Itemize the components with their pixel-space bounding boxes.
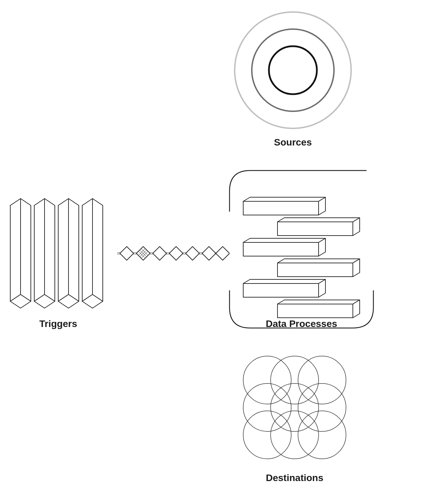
svg-marker-31 [243, 201, 319, 215]
svg-marker-33 [277, 218, 360, 222]
svg-point-48 [243, 356, 291, 404]
destinations-label: Destinations [233, 473, 356, 483]
svg-marker-37 [243, 242, 319, 256]
svg-marker-10 [69, 199, 79, 301]
svg-point-50 [298, 356, 346, 404]
architecture-diagram: Sources Triggers [0, 0, 433, 504]
svg-point-49 [271, 356, 319, 404]
data-processes-label: Data Processes [216, 318, 387, 329]
svg-marker-28 [202, 247, 216, 260]
svg-point-52 [271, 383, 319, 431]
overlapping-circles-grid-icon [233, 346, 356, 469]
svg-marker-13 [92, 199, 103, 301]
svg-marker-34 [277, 222, 353, 236]
svg-marker-4 [21, 199, 31, 301]
stacked-bars-icon [243, 197, 360, 318]
concentric-circles-icon [228, 5, 358, 135]
svg-marker-3 [10, 199, 21, 301]
svg-marker-40 [277, 263, 353, 277]
svg-marker-9 [58, 199, 69, 301]
svg-point-51 [243, 383, 291, 431]
svg-point-56 [298, 411, 346, 459]
svg-marker-43 [243, 284, 319, 297]
svg-marker-26 [169, 247, 183, 260]
svg-marker-42 [243, 279, 325, 284]
svg-marker-46 [277, 304, 353, 318]
svg-point-1 [252, 29, 334, 111]
svg-marker-45 [277, 300, 360, 304]
svg-marker-6 [34, 199, 45, 301]
svg-point-53 [298, 383, 346, 431]
svg-marker-39 [277, 259, 360, 263]
svg-marker-27 [186, 247, 199, 260]
svg-point-54 [243, 411, 291, 459]
svg-marker-17 [120, 247, 134, 260]
vertical-slabs-icon [7, 192, 110, 315]
triggers-label: Triggers [7, 318, 110, 329]
svg-point-55 [271, 411, 319, 459]
sources-label: Sources [228, 137, 358, 148]
diamond-chain-icon [113, 240, 230, 267]
svg-point-2 [269, 46, 317, 94]
svg-marker-7 [45, 199, 55, 301]
svg-marker-25 [153, 247, 166, 260]
data-processes-loop-icon [216, 160, 387, 338]
svg-marker-36 [243, 238, 325, 242]
svg-marker-12 [82, 199, 92, 301]
svg-marker-30 [243, 197, 325, 201]
